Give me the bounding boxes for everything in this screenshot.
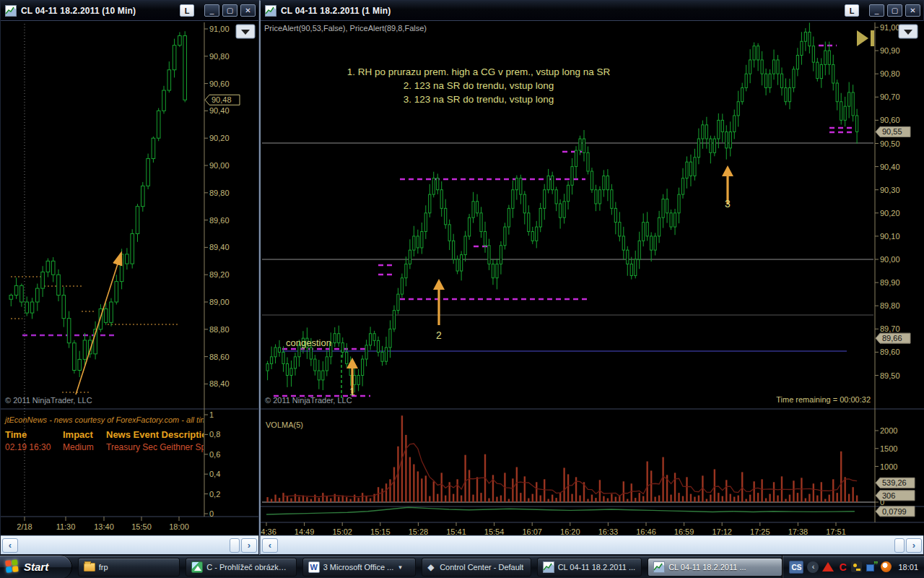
start-button[interactable]: Start [0,556,72,578]
image-viewer-icon [191,561,203,573]
language-indicator[interactable]: CS [789,561,803,574]
scroll-right-button[interactable]: › [241,538,257,553]
svg-text:0,2: 0,2 [209,490,220,499]
chart-window-icon[interactable] [265,5,276,17]
svg-text:16:33: 16:33 [598,527,619,535]
svg-text:News Event Description: News Event Description [106,429,213,440]
svg-text:0,6: 0,6 [209,450,220,459]
scrollbar-thumb[interactable] [230,538,240,553]
price-marker-tag: 90,55 [876,126,910,137]
chevron-down-icon: ▾ [398,564,402,571]
system-tray: CS ‹ C 18:01 [783,556,924,578]
scrollbar-track[interactable] [279,539,893,552]
scroll-right-button[interactable]: › [906,538,922,553]
svg-text:89,00: 89,00 [209,298,230,306]
svg-text:11:30: 11:30 [56,522,76,531]
axis-dropdown-button[interactable] [899,25,918,38]
svg-text:16:46: 16:46 [636,527,656,535]
svg-text:90,55: 90,55 [882,127,902,136]
desktop: CL 04-11 18.2.2011 (10 Min) L _ ▢ ✕ 91,0… [0,0,924,578]
minimize-button[interactable]: _ [869,4,884,17]
svg-text:89,70: 89,70 [880,324,900,333]
svg-text:Impact: Impact [63,429,94,440]
svg-text:jtEconNews - news courtesy of: jtEconNews - news courtesy of ForexFacto… [4,415,226,424]
close-button[interactable]: ✕ [240,4,256,17]
svg-text:1: 1 [209,410,214,419]
taskbar-item-chart-10min[interactable]: CL 04-11 18.2.2011 ... [537,558,642,577]
close-button[interactable]: ✕ [905,4,920,17]
titlebar-1min[interactable]: CL 04-11 18.2.2011 (1 Min) L _ ▢ ✕ [261,1,923,21]
svg-text:89,60: 89,60 [880,348,900,356]
svg-text:0: 0 [209,509,214,518]
svg-text:90,80: 90,80 [209,52,230,61]
axis-dropdown-button[interactable] [236,25,255,38]
chart-window-icon[interactable] [5,5,17,17]
svg-text:90,60: 90,60 [209,79,230,88]
svg-text:91,00: 91,00 [209,25,230,33]
tray-orange-app-icon[interactable] [881,561,892,572]
svg-text:2: 2 [436,329,442,341]
tray-triangle-icon[interactable] [822,562,834,571]
svg-text:0,0799: 0,0799 [882,507,907,516]
tray-c-icon[interactable]: C [837,561,847,573]
svg-text:90,20: 90,20 [209,134,230,142]
titlebar-10min[interactable]: CL 04-11 18.2.2011 (10 Min) L _ ▢ ✕ [1,1,258,21]
link-button[interactable]: L [180,4,194,17]
price-marker-tag: 89,66 [876,333,910,343]
taskbar-item-office-group[interactable]: W 3 Microsoft Office ... ▾ [302,558,416,577]
minimize-button[interactable]: _ [204,4,219,17]
scroll-left-button[interactable]: ‹ [262,538,278,553]
svg-text:90,20: 90,20 [880,209,900,217]
taskbar-item-control-center[interactable]: ◆ Control Center - Default [422,558,531,577]
svg-text:88,60: 88,60 [209,353,230,361]
taskbar-item-frp[interactable]: frp [78,558,180,577]
price-marker-tag: 0,0799 [876,506,915,517]
svg-text:90,40: 90,40 [209,106,230,115]
svg-text:90,70: 90,70 [880,92,900,101]
tray-network-icon[interactable] [866,562,877,572]
svg-text:90,00: 90,00 [209,161,230,170]
price-axis-10min[interactable]: 91,0090,8090,6090,4090,2090,0089,8089,60… [204,22,240,517]
horizontal-scrollbar-left[interactable]: ‹ › [1,535,258,554]
svg-text:90,60: 90,60 [880,116,900,124]
news-panel: jtEconNews - news courtesy of ForexFacto… [4,415,226,452]
scrollbar-thumb[interactable] [894,538,905,553]
chart-canvas-10min[interactable]: 91,0090,8090,6090,4090,2090,0089,8089,60… [1,21,258,535]
go-to-last-bar-button[interactable] [857,30,874,46]
svg-text:14:49: 14:49 [295,527,315,535]
svg-text:15:15: 15:15 [370,527,391,535]
maximize-button[interactable]: ▢ [887,4,902,17]
scroll-left-button[interactable]: ‹ [2,538,18,553]
svg-text:90,40: 90,40 [880,163,900,171]
entry-arrow-annotation: 1 [346,358,358,397]
control-center-icon: ◆ [427,562,436,572]
taskbar-item-chart-1min-active[interactable]: CL 04-11 18.2.2011 ... [648,558,783,577]
svg-text:89,80: 89,80 [209,189,230,197]
taskbar-item-image-viewer[interactable]: C - Prohlížeč obrázků ... [186,558,296,577]
svg-text:0,4: 0,4 [209,470,220,478]
svg-text:89,60: 89,60 [209,216,230,225]
tray-keys-icon[interactable] [851,561,862,572]
svg-text:90,00: 90,00 [880,255,900,264]
svg-text:15:50: 15:50 [131,522,152,531]
svg-text:306: 306 [882,491,895,500]
chart-canvas-1min[interactable]: 123PriceAlert(90,53,False), PriceAlert(8… [261,21,924,535]
svg-text:90,30: 90,30 [880,186,900,194]
maximize-button[interactable]: ▢ [222,4,237,17]
scrollbar-track[interactable] [19,539,228,552]
taskbar-clock[interactable]: 18:01 [895,563,918,571]
svg-text:88,80: 88,80 [209,325,230,334]
svg-text:89,66: 89,66 [882,334,902,342]
tray-expand-icon[interactable]: ‹ [807,561,819,573]
svg-text:89,20: 89,20 [209,270,230,279]
volma-label: VOLMA(5) [266,420,303,429]
window-1min-chart: CL 04-11 18.2.2011 (1 Min) L _ ▢ ✕ 123Pr… [259,0,924,555]
link-button[interactable]: L [845,4,859,17]
candles-1min [266,22,858,392]
copyright-text: © 2011 NinjaTrader, LLC [5,396,92,405]
word-icon: W [308,561,320,573]
svg-text:17:25: 17:25 [750,527,770,535]
congestion-label: congestion [286,337,331,348]
horizontal-scrollbar-right[interactable]: ‹ › [261,535,923,554]
note-annotation: 1. RH po prurazu prem. high a CG v prem.… [347,66,611,77]
